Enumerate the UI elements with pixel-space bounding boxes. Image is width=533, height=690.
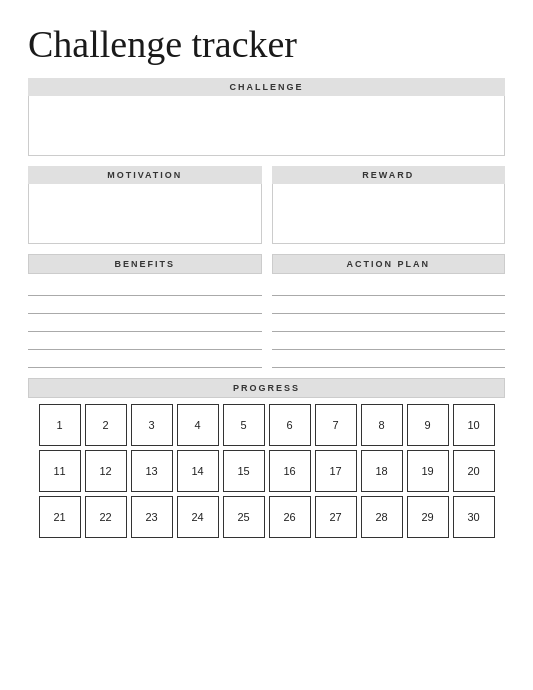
benefits-action-row: BENEFITS ACTION PLAN xyxy=(28,254,505,368)
benefits-line-2[interactable] xyxy=(28,296,262,314)
page-title: Challenge tracker xyxy=(28,24,505,66)
reward-header: REWARD xyxy=(272,166,506,184)
progress-section: PROGRESS 1234567891011121314151617181920… xyxy=(28,378,505,538)
progress-cell-4[interactable]: 4 xyxy=(177,404,219,446)
progress-cell-18[interactable]: 18 xyxy=(361,450,403,492)
action-plan-header: ACTION PLAN xyxy=(272,254,506,274)
page: Challenge tracker CHALLENGE MOTIVATION R… xyxy=(0,0,533,690)
action-plan-line-5[interactable] xyxy=(272,350,506,368)
challenge-body[interactable] xyxy=(28,96,505,156)
progress-cell-14[interactable]: 14 xyxy=(177,450,219,492)
progress-cell-17[interactable]: 17 xyxy=(315,450,357,492)
progress-cell-22[interactable]: 22 xyxy=(85,496,127,538)
progress-cell-12[interactable]: 12 xyxy=(85,450,127,492)
progress-cell-5[interactable]: 5 xyxy=(223,404,265,446)
progress-row-2: 11121314151617181920 xyxy=(28,450,505,492)
progress-cell-30[interactable]: 30 xyxy=(453,496,495,538)
progress-cell-24[interactable]: 24 xyxy=(177,496,219,538)
progress-cell-10[interactable]: 10 xyxy=(453,404,495,446)
progress-cell-25[interactable]: 25 xyxy=(223,496,265,538)
benefits-line-3[interactable] xyxy=(28,314,262,332)
progress-cell-9[interactable]: 9 xyxy=(407,404,449,446)
challenge-section: CHALLENGE xyxy=(28,78,505,156)
progress-cell-13[interactable]: 13 xyxy=(131,450,173,492)
action-plan-line-4[interactable] xyxy=(272,332,506,350)
benefits-header: BENEFITS xyxy=(28,254,262,274)
action-plan-section: ACTION PLAN xyxy=(272,254,506,368)
progress-cell-2[interactable]: 2 xyxy=(85,404,127,446)
benefits-lines xyxy=(28,274,262,368)
benefits-line-4[interactable] xyxy=(28,332,262,350)
action-plan-line-1[interactable] xyxy=(272,278,506,296)
benefits-line-5[interactable] xyxy=(28,350,262,368)
progress-cell-20[interactable]: 20 xyxy=(453,450,495,492)
progress-header: PROGRESS xyxy=(28,378,505,398)
progress-cell-23[interactable]: 23 xyxy=(131,496,173,538)
reward-body[interactable] xyxy=(272,184,506,244)
progress-grid: 1234567891011121314151617181920212223242… xyxy=(28,398,505,538)
challenge-header: CHALLENGE xyxy=(28,78,505,96)
motivation-header: MOTIVATION xyxy=(28,166,262,184)
progress-cell-19[interactable]: 19 xyxy=(407,450,449,492)
progress-cell-15[interactable]: 15 xyxy=(223,450,265,492)
motivation-section: MOTIVATION xyxy=(28,166,262,244)
progress-cell-6[interactable]: 6 xyxy=(269,404,311,446)
progress-cell-3[interactable]: 3 xyxy=(131,404,173,446)
action-plan-lines xyxy=(272,274,506,368)
progress-cell-29[interactable]: 29 xyxy=(407,496,449,538)
benefits-section: BENEFITS xyxy=(28,254,262,368)
progress-cell-26[interactable]: 26 xyxy=(269,496,311,538)
action-plan-line-3[interactable] xyxy=(272,314,506,332)
reward-section: REWARD xyxy=(272,166,506,244)
progress-cell-11[interactable]: 11 xyxy=(39,450,81,492)
motivation-body[interactable] xyxy=(28,184,262,244)
progress-cell-8[interactable]: 8 xyxy=(361,404,403,446)
progress-cell-16[interactable]: 16 xyxy=(269,450,311,492)
progress-cell-27[interactable]: 27 xyxy=(315,496,357,538)
benefits-line-1[interactable] xyxy=(28,278,262,296)
motivation-reward-row: MOTIVATION REWARD xyxy=(28,166,505,244)
action-plan-line-2[interactable] xyxy=(272,296,506,314)
progress-cell-1[interactable]: 1 xyxy=(39,404,81,446)
progress-cell-7[interactable]: 7 xyxy=(315,404,357,446)
progress-row-1: 12345678910 xyxy=(28,404,505,446)
progress-row-3: 21222324252627282930 xyxy=(28,496,505,538)
progress-cell-21[interactable]: 21 xyxy=(39,496,81,538)
progress-cell-28[interactable]: 28 xyxy=(361,496,403,538)
